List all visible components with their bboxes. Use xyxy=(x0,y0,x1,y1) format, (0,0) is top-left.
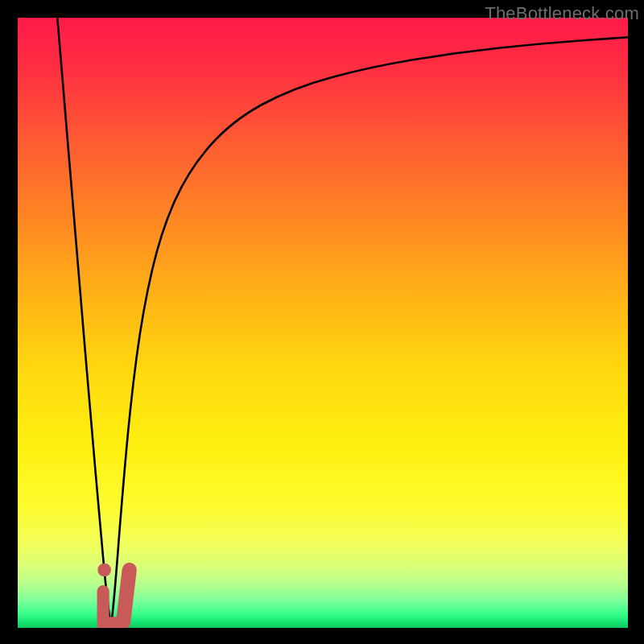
series-left-branch xyxy=(57,18,111,628)
watermark-text: TheBottleneck.com xyxy=(485,3,639,24)
chart-frame: TheBottleneck.com xyxy=(0,0,644,644)
plot-area xyxy=(18,18,628,628)
marker-dot-upper xyxy=(97,564,111,577)
curve-layer xyxy=(18,18,628,628)
series-right-branch xyxy=(111,37,628,628)
marker-blob-right-up xyxy=(123,570,130,621)
